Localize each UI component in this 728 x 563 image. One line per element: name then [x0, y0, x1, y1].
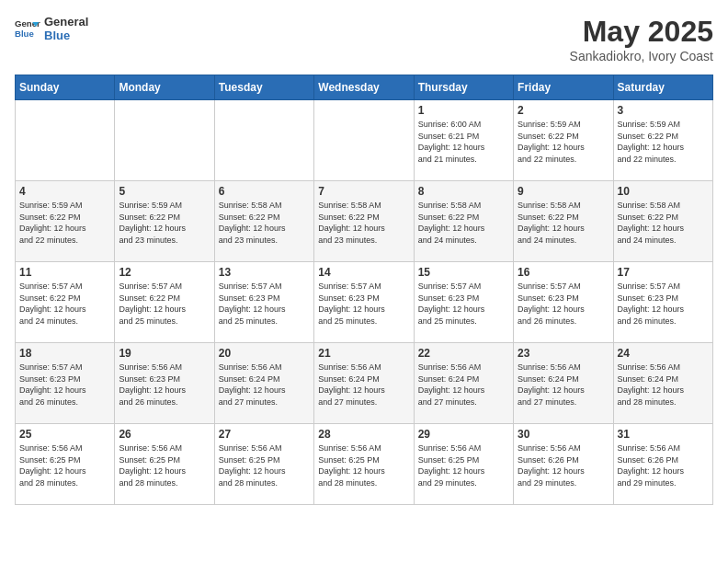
calendar-cell — [115, 100, 214, 181]
calendar-cell: 22Sunrise: 5:56 AM Sunset: 6:24 PM Dayli… — [414, 343, 513, 424]
day-of-week-header: Saturday — [613, 75, 712, 100]
cell-content: Sunrise: 5:58 AM Sunset: 6:22 PM Dayligh… — [418, 200, 509, 246]
calendar-week-row: 4Sunrise: 5:59 AM Sunset: 6:22 PM Daylig… — [16, 181, 713, 262]
cell-content: Sunrise: 5:56 AM Sunset: 6:25 PM Dayligh… — [318, 442, 409, 488]
svg-text:Blue: Blue — [15, 29, 34, 39]
cell-content: Sunrise: 5:57 AM Sunset: 6:23 PM Dayligh… — [518, 281, 609, 327]
calendar-week-row: 18Sunrise: 5:57 AM Sunset: 6:23 PM Dayli… — [16, 343, 713, 424]
calendar-cell: 14Sunrise: 5:57 AM Sunset: 6:23 PM Dayli… — [314, 262, 414, 343]
cell-content: Sunrise: 5:58 AM Sunset: 6:22 PM Dayligh… — [219, 200, 310, 246]
day-number: 8 — [418, 185, 509, 198]
day-number: 9 — [518, 185, 609, 198]
day-number: 7 — [318, 185, 409, 198]
cell-content: Sunrise: 5:56 AM Sunset: 6:24 PM Dayligh… — [318, 362, 409, 408]
day-number: 28 — [318, 428, 409, 441]
calendar-cell: 2Sunrise: 5:59 AM Sunset: 6:22 PM Daylig… — [514, 100, 613, 181]
month-year-title: May 2025 — [570, 15, 713, 49]
calendar-cell: 7Sunrise: 5:58 AM Sunset: 6:22 PM Daylig… — [314, 181, 414, 262]
day-of-week-header: Monday — [115, 75, 214, 100]
day-number: 6 — [219, 185, 310, 198]
day-of-week-header: Friday — [514, 75, 613, 100]
day-number: 13 — [219, 266, 310, 279]
calendar-cell: 27Sunrise: 5:56 AM Sunset: 6:25 PM Dayli… — [214, 424, 313, 505]
cell-content: Sunrise: 5:59 AM Sunset: 6:22 PM Dayligh… — [19, 200, 110, 246]
cell-content: Sunrise: 6:00 AM Sunset: 6:21 PM Dayligh… — [418, 119, 509, 165]
day-number: 24 — [618, 347, 709, 360]
day-number: 2 — [518, 104, 609, 117]
calendar-cell: 18Sunrise: 5:57 AM Sunset: 6:23 PM Dayli… — [16, 343, 115, 424]
calendar-cell — [314, 100, 414, 181]
cell-content: Sunrise: 5:58 AM Sunset: 6:22 PM Dayligh… — [618, 200, 709, 246]
day-number: 27 — [219, 428, 310, 441]
day-number: 18 — [19, 347, 110, 360]
cell-content: Sunrise: 5:56 AM Sunset: 6:25 PM Dayligh… — [219, 442, 310, 488]
day-number: 26 — [119, 428, 210, 441]
logo-blue: Blue — [44, 29, 88, 42]
cell-content: Sunrise: 5:57 AM Sunset: 6:23 PM Dayligh… — [19, 362, 110, 408]
calendar-cell: 3Sunrise: 5:59 AM Sunset: 6:22 PM Daylig… — [613, 100, 712, 181]
day-number: 21 — [318, 347, 409, 360]
day-number: 14 — [318, 266, 409, 279]
calendar-table: SundayMondayTuesdayWednesdayThursdayFrid… — [15, 75, 713, 505]
day-number: 10 — [618, 185, 709, 198]
logo: General Blue General Blue — [15, 15, 88, 42]
logo-icon: General Blue — [15, 16, 40, 41]
calendar-cell: 16Sunrise: 5:57 AM Sunset: 6:23 PM Dayli… — [514, 262, 613, 343]
calendar-cell: 10Sunrise: 5:58 AM Sunset: 6:22 PM Dayli… — [613, 181, 712, 262]
calendar-cell: 15Sunrise: 5:57 AM Sunset: 6:23 PM Dayli… — [414, 262, 513, 343]
calendar-cell — [16, 100, 115, 181]
calendar-cell: 24Sunrise: 5:56 AM Sunset: 6:24 PM Dayli… — [613, 343, 712, 424]
calendar-cell — [214, 100, 313, 181]
cell-content: Sunrise: 5:59 AM Sunset: 6:22 PM Dayligh… — [518, 119, 609, 165]
cell-content: Sunrise: 5:57 AM Sunset: 6:23 PM Dayligh… — [618, 281, 709, 327]
day-of-week-header: Tuesday — [214, 75, 313, 100]
cell-content: Sunrise: 5:56 AM Sunset: 6:26 PM Dayligh… — [518, 442, 609, 488]
day-of-week-header: Sunday — [16, 75, 115, 100]
cell-content: Sunrise: 5:56 AM Sunset: 6:25 PM Dayligh… — [418, 442, 509, 488]
day-number: 11 — [19, 266, 110, 279]
day-number: 30 — [518, 428, 609, 441]
calendar-cell: 19Sunrise: 5:56 AM Sunset: 6:23 PM Dayli… — [115, 343, 214, 424]
cell-content: Sunrise: 5:56 AM Sunset: 6:23 PM Dayligh… — [119, 362, 210, 408]
calendar-week-row: 1Sunrise: 6:00 AM Sunset: 6:21 PM Daylig… — [16, 100, 713, 181]
calendar-cell: 25Sunrise: 5:56 AM Sunset: 6:25 PM Dayli… — [16, 424, 115, 505]
page-header: General Blue General Blue May 2025 Sanka… — [15, 15, 713, 63]
calendar-cell: 28Sunrise: 5:56 AM Sunset: 6:25 PM Dayli… — [314, 424, 414, 505]
calendar-cell: 1Sunrise: 6:00 AM Sunset: 6:21 PM Daylig… — [414, 100, 513, 181]
calendar-cell: 11Sunrise: 5:57 AM Sunset: 6:22 PM Dayli… — [16, 262, 115, 343]
calendar-cell: 23Sunrise: 5:56 AM Sunset: 6:24 PM Dayli… — [514, 343, 613, 424]
calendar-cell: 17Sunrise: 5:57 AM Sunset: 6:23 PM Dayli… — [613, 262, 712, 343]
day-number: 15 — [418, 266, 509, 279]
calendar-cell: 31Sunrise: 5:56 AM Sunset: 6:26 PM Dayli… — [613, 424, 712, 505]
day-number: 22 — [418, 347, 509, 360]
cell-content: Sunrise: 5:59 AM Sunset: 6:22 PM Dayligh… — [618, 119, 709, 165]
calendar-week-row: 25Sunrise: 5:56 AM Sunset: 6:25 PM Dayli… — [16, 424, 713, 505]
location-subtitle: Sankadiokro, Ivory Coast — [570, 49, 713, 63]
cell-content: Sunrise: 5:56 AM Sunset: 6:24 PM Dayligh… — [219, 362, 310, 408]
day-number: 20 — [219, 347, 310, 360]
day-number: 1 — [418, 104, 509, 117]
day-of-week-header: Wednesday — [314, 75, 414, 100]
day-number: 25 — [19, 428, 110, 441]
calendar-cell: 4Sunrise: 5:59 AM Sunset: 6:22 PM Daylig… — [16, 181, 115, 262]
calendar-cell: 20Sunrise: 5:56 AM Sunset: 6:24 PM Dayli… — [214, 343, 313, 424]
logo-general: General — [44, 15, 88, 29]
cell-content: Sunrise: 5:58 AM Sunset: 6:22 PM Dayligh… — [518, 200, 609, 246]
cell-content: Sunrise: 5:57 AM Sunset: 6:23 PM Dayligh… — [318, 281, 409, 327]
title-block: May 2025 Sankadiokro, Ivory Coast — [570, 15, 713, 63]
day-number: 23 — [518, 347, 609, 360]
day-number: 5 — [119, 185, 210, 198]
calendar-header-row: SundayMondayTuesdayWednesdayThursdayFrid… — [16, 75, 713, 100]
calendar-cell: 6Sunrise: 5:58 AM Sunset: 6:22 PM Daylig… — [214, 181, 313, 262]
calendar-cell: 9Sunrise: 5:58 AM Sunset: 6:22 PM Daylig… — [514, 181, 613, 262]
cell-content: Sunrise: 5:58 AM Sunset: 6:22 PM Dayligh… — [318, 200, 409, 246]
cell-content: Sunrise: 5:56 AM Sunset: 6:24 PM Dayligh… — [418, 362, 509, 408]
day-number: 12 — [119, 266, 210, 279]
day-number: 17 — [618, 266, 709, 279]
cell-content: Sunrise: 5:57 AM Sunset: 6:23 PM Dayligh… — [418, 281, 509, 327]
cell-content: Sunrise: 5:56 AM Sunset: 6:25 PM Dayligh… — [119, 442, 210, 488]
calendar-cell: 21Sunrise: 5:56 AM Sunset: 6:24 PM Dayli… — [314, 343, 414, 424]
calendar-cell: 12Sunrise: 5:57 AM Sunset: 6:22 PM Dayli… — [115, 262, 214, 343]
calendar-cell: 8Sunrise: 5:58 AM Sunset: 6:22 PM Daylig… — [414, 181, 513, 262]
cell-content: Sunrise: 5:56 AM Sunset: 6:25 PM Dayligh… — [19, 442, 110, 488]
